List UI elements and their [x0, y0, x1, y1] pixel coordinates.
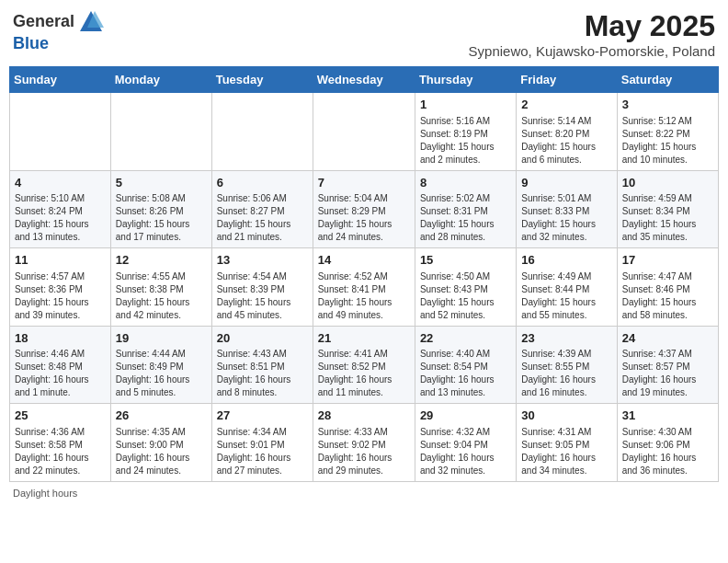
calendar-cell: 29Sunrise: 4:32 AM Sunset: 9:04 PM Dayli…: [415, 404, 516, 482]
day-number: 23: [521, 330, 611, 347]
day-number: 21: [318, 330, 410, 347]
calendar-cell: 2Sunrise: 5:14 AM Sunset: 8:20 PM Daylig…: [517, 93, 617, 171]
logo-icon: [78, 9, 104, 35]
calendar-cell: 18Sunrise: 4:46 AM Sunset: 8:48 PM Dayli…: [10, 326, 111, 404]
calendar-location: Sypniewo, Kujawsko-Pomorskie, Poland: [469, 43, 715, 59]
calendar-cell: 5Sunrise: 5:08 AM Sunset: 8:26 PM Daylig…: [110, 170, 211, 248]
day-info: Sunrise: 4:40 AM Sunset: 8:54 PM Dayligh…: [420, 348, 511, 399]
calendar-week-5: 25Sunrise: 4:36 AM Sunset: 8:58 PM Dayli…: [10, 404, 719, 482]
day-number: 3: [622, 97, 713, 113]
day-number: 8: [420, 175, 511, 191]
calendar-title: May 2025: [469, 9, 715, 43]
calendar-cell: 24Sunrise: 4:37 AM Sunset: 8:57 PM Dayli…: [617, 326, 718, 404]
calendar-cell: 27Sunrise: 4:34 AM Sunset: 9:01 PM Dayli…: [211, 404, 313, 482]
day-info: Sunrise: 4:50 AM Sunset: 8:43 PM Dayligh…: [420, 270, 511, 322]
day-info: Sunrise: 5:16 AM Sunset: 8:19 PM Dayligh…: [420, 115, 511, 167]
header-tuesday: Tuesday: [211, 67, 313, 93]
calendar-cell: 12Sunrise: 4:55 AM Sunset: 8:38 PM Dayli…: [110, 248, 211, 327]
calendar-table: SundayMondayTuesdayWednesdayThursdayFrid…: [9, 66, 719, 482]
day-info: Sunrise: 4:55 AM Sunset: 8:38 PM Dayligh…: [116, 270, 207, 322]
calendar-cell: [313, 93, 415, 171]
day-info: Sunrise: 5:12 AM Sunset: 8:22 PM Dayligh…: [622, 115, 713, 167]
day-number: 4: [15, 175, 106, 191]
day-info: Sunrise: 5:08 AM Sunset: 8:26 PM Dayligh…: [116, 192, 207, 244]
calendar-cell: 20Sunrise: 4:43 AM Sunset: 8:51 PM Dayli…: [211, 326, 313, 404]
calendar-cell: 28Sunrise: 4:33 AM Sunset: 9:02 PM Dayli…: [313, 404, 415, 482]
calendar-week-1: 1Sunrise: 5:16 AM Sunset: 8:19 PM Daylig…: [10, 93, 719, 171]
header-thursday: Thursday: [415, 67, 516, 93]
day-info: Sunrise: 4:43 AM Sunset: 8:51 PM Dayligh…: [217, 348, 308, 399]
calendar-week-2: 4Sunrise: 5:10 AM Sunset: 8:24 PM Daylig…: [10, 170, 719, 248]
day-number: 15: [420, 252, 511, 269]
logo: General Blue: [13, 9, 104, 53]
calendar-cell: 13Sunrise: 4:54 AM Sunset: 8:39 PM Dayli…: [211, 248, 313, 327]
day-number: 22: [420, 330, 511, 347]
calendar-cell: 6Sunrise: 5:06 AM Sunset: 8:27 PM Daylig…: [211, 170, 313, 248]
day-info: Sunrise: 5:02 AM Sunset: 8:31 PM Dayligh…: [420, 192, 511, 244]
calendar-cell: 22Sunrise: 4:40 AM Sunset: 8:54 PM Dayli…: [415, 326, 516, 404]
day-number: 16: [521, 252, 611, 269]
calendar-cell: 9Sunrise: 5:01 AM Sunset: 8:33 PM Daylig…: [517, 170, 617, 248]
day-number: 19: [116, 330, 207, 347]
day-info: Sunrise: 4:31 AM Sunset: 9:05 PM Dayligh…: [521, 426, 611, 477]
day-number: 28: [318, 408, 410, 424]
day-number: 26: [116, 408, 207, 424]
day-number: 7: [318, 175, 410, 191]
calendar-cell: 8Sunrise: 5:02 AM Sunset: 8:31 PM Daylig…: [415, 170, 516, 248]
day-info: Sunrise: 4:30 AM Sunset: 9:06 PM Dayligh…: [622, 426, 713, 477]
day-info: Sunrise: 4:44 AM Sunset: 8:49 PM Dayligh…: [116, 348, 207, 399]
calendar-cell: 25Sunrise: 4:36 AM Sunset: 8:58 PM Dayli…: [10, 404, 111, 482]
day-number: 13: [217, 252, 308, 269]
calendar-cell: 7Sunrise: 5:04 AM Sunset: 8:29 PM Daylig…: [313, 170, 415, 248]
calendar-cell: 21Sunrise: 4:41 AM Sunset: 8:52 PM Dayli…: [313, 326, 415, 404]
day-number: 17: [622, 252, 713, 269]
day-info: Sunrise: 5:10 AM Sunset: 8:24 PM Dayligh…: [15, 192, 106, 244]
calendar-cell: 11Sunrise: 4:57 AM Sunset: 8:36 PM Dayli…: [10, 248, 111, 327]
title-block: May 2025 Sypniewo, Kujawsko-Pomorskie, P…: [469, 9, 715, 59]
day-number: 31: [622, 408, 713, 424]
calendar-cell: 4Sunrise: 5:10 AM Sunset: 8:24 PM Daylig…: [10, 170, 111, 248]
day-number: 1: [420, 97, 511, 113]
day-info: Sunrise: 4:49 AM Sunset: 8:44 PM Dayligh…: [521, 270, 611, 322]
day-number: 14: [318, 252, 410, 269]
day-info: Sunrise: 5:04 AM Sunset: 8:29 PM Dayligh…: [318, 192, 410, 244]
day-info: Sunrise: 4:57 AM Sunset: 8:36 PM Dayligh…: [15, 270, 106, 322]
header-friday: Friday: [517, 67, 617, 93]
calendar-cell: 10Sunrise: 4:59 AM Sunset: 8:34 PM Dayli…: [617, 170, 718, 248]
day-info: Sunrise: 4:41 AM Sunset: 8:52 PM Dayligh…: [318, 348, 410, 399]
day-number: 9: [521, 175, 611, 191]
day-info: Sunrise: 4:52 AM Sunset: 8:41 PM Dayligh…: [318, 270, 410, 322]
day-info: Sunrise: 4:59 AM Sunset: 8:34 PM Dayligh…: [622, 192, 713, 244]
calendar-cell: 1Sunrise: 5:16 AM Sunset: 8:19 PM Daylig…: [415, 93, 516, 171]
day-info: Sunrise: 4:47 AM Sunset: 8:46 PM Dayligh…: [622, 270, 713, 322]
calendar-cell: 15Sunrise: 4:50 AM Sunset: 8:43 PM Dayli…: [415, 248, 516, 327]
day-info: Sunrise: 4:54 AM Sunset: 8:39 PM Dayligh…: [217, 270, 308, 322]
day-number: 10: [622, 175, 713, 191]
calendar-cell: 23Sunrise: 4:39 AM Sunset: 8:55 PM Dayli…: [517, 326, 617, 404]
header-saturday: Saturday: [617, 67, 718, 93]
calendar-cell: [10, 93, 111, 171]
day-number: 20: [217, 330, 308, 347]
day-number: 18: [15, 330, 106, 347]
day-info: Sunrise: 4:46 AM Sunset: 8:48 PM Dayligh…: [15, 348, 106, 399]
logo-blue-text: Blue: [13, 34, 49, 52]
day-info: Sunrise: 5:01 AM Sunset: 8:33 PM Dayligh…: [521, 192, 611, 244]
calendar-cell: [110, 93, 211, 171]
calendar-cell: 16Sunrise: 4:49 AM Sunset: 8:44 PM Dayli…: [517, 248, 617, 327]
day-info: Sunrise: 4:34 AM Sunset: 9:01 PM Dayligh…: [217, 426, 308, 477]
calendar-week-3: 11Sunrise: 4:57 AM Sunset: 8:36 PM Dayli…: [10, 248, 719, 327]
day-info: Sunrise: 4:33 AM Sunset: 9:02 PM Dayligh…: [318, 426, 410, 477]
header-sunday: Sunday: [10, 67, 111, 93]
calendar-cell: [211, 93, 313, 171]
header-wednesday: Wednesday: [313, 67, 415, 93]
day-info: Sunrise: 5:14 AM Sunset: 8:20 PM Dayligh…: [521, 115, 611, 167]
day-info: Sunrise: 4:32 AM Sunset: 9:04 PM Dayligh…: [420, 426, 511, 477]
day-number: 27: [217, 408, 308, 424]
day-info: Sunrise: 4:37 AM Sunset: 8:57 PM Dayligh…: [622, 348, 713, 399]
calendar-cell: 31Sunrise: 4:30 AM Sunset: 9:06 PM Dayli…: [617, 404, 718, 482]
day-number: 29: [420, 408, 511, 424]
day-number: 6: [217, 175, 308, 191]
day-info: Sunrise: 4:35 AM Sunset: 9:00 PM Dayligh…: [116, 426, 207, 477]
calendar-cell: 19Sunrise: 4:44 AM Sunset: 8:49 PM Dayli…: [110, 326, 211, 404]
day-number: 30: [521, 408, 611, 424]
